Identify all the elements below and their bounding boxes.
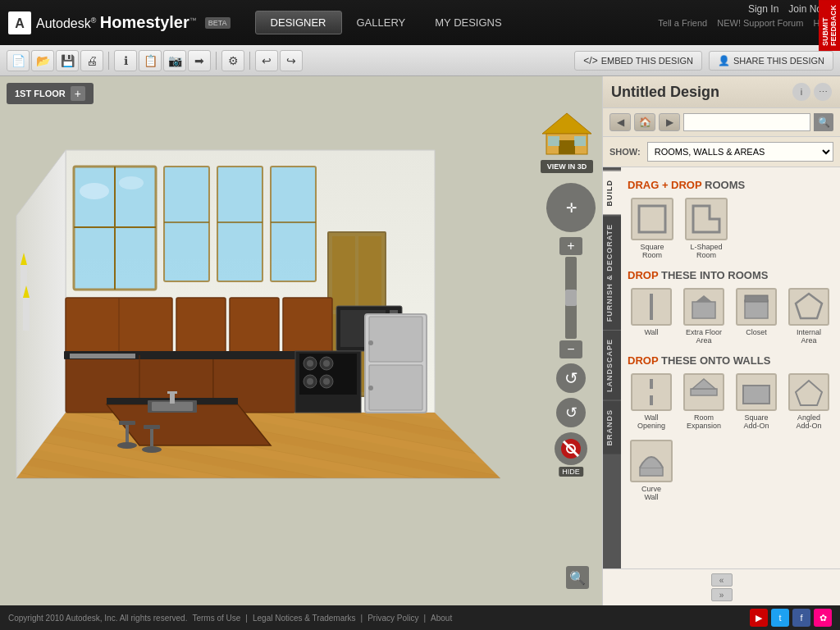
zoom-handle[interactable] — [565, 290, 577, 306]
internal-area-item[interactable]: InternalArea — [785, 288, 833, 345]
toolbar-separator-3 — [249, 52, 250, 70]
footer-legal-link[interactable]: Legal Notices & Trademarks — [253, 614, 356, 623]
svg-point-76 — [142, 446, 162, 453]
svg-rect-71 — [119, 421, 135, 425]
nav-home-btn[interactable]: 🏠 — [634, 113, 655, 131]
wall-opening-item[interactable]: WallOpening — [628, 373, 675, 430]
open-file-btn[interactable]: 📂 — [31, 50, 54, 71]
svg-rect-104 — [640, 468, 663, 476]
svg-point-64 — [368, 386, 373, 390]
curve-wall-grid: CurveWall — [628, 440, 833, 501]
nav-back-btn[interactable]: ◀ — [609, 113, 631, 131]
curve-wall-item[interactable]: CurveWall — [628, 440, 675, 501]
collapse-up-btn[interactable]: « — [711, 573, 733, 587]
panel-body: BUILD FURNISH & DECORATE LANDSCAPE BRAND… — [603, 167, 840, 568]
export-btn[interactable]: ➡ — [188, 50, 211, 71]
toolbar: 📄 📂 💾 🖨 ℹ 📋 📷 ➡ ⚙ ↩ ↪ </> EMBED THIS DES… — [0, 45, 840, 76]
designer-nav-btn[interactable]: DESIGNER — [255, 11, 342, 34]
square-room-svg — [636, 203, 669, 235]
main-navigation: DESIGNER GALLERY MY DESIGNS — [255, 11, 517, 34]
right-panel: Untitled Design i ⋯ ◀ 🏠 ▶ 🔍 SHOW: ROOMS,… — [602, 76, 840, 605]
sign-in-link[interactable]: Sign In — [748, 3, 778, 15]
svg-rect-23 — [219, 224, 261, 280]
show-select[interactable]: ROOMS, WALLS & AREAS FURNITURE LANDSCAPE — [647, 142, 833, 162]
closet-item[interactable]: Closet — [733, 288, 780, 345]
footer-terms-link[interactable]: Terms of Use — [192, 614, 240, 623]
zoom-search-btn[interactable]: 🔍 — [566, 566, 589, 589]
embed-design-btn[interactable]: </> EMBED THIS DESIGN — [574, 51, 702, 71]
wall-item[interactable]: Wall — [628, 288, 675, 345]
clipboard-btn[interactable]: 📋 — [139, 50, 162, 71]
svg-rect-26 — [272, 168, 314, 222]
undo-btn[interactable]: ↩ — [255, 50, 278, 71]
feedback-badge[interactable]: SUBMIT FEEDBACK — [819, 0, 840, 51]
facebook-btn[interactable]: f — [792, 609, 810, 627]
footer-about-link[interactable]: About — [431, 614, 452, 623]
svg-rect-38 — [283, 298, 332, 355]
angled-addon-label: AngledAdd-On — [796, 413, 821, 430]
svg-marker-94 — [696, 295, 712, 302]
square-addon-item[interactable]: SquareAdd-On — [733, 373, 780, 430]
tab-build[interactable]: BUILD — [603, 171, 621, 215]
l-shaped-room-icon — [685, 198, 728, 240]
extra-floor-item[interactable]: Extra FloorArea — [680, 288, 728, 345]
hide-icon — [559, 437, 582, 460]
reset-view-btn[interactable]: ↺ — [556, 398, 586, 427]
beta-badge: BETA — [205, 17, 231, 29]
svg-marker-103 — [796, 381, 822, 405]
rotate-btn[interactable]: ↺ — [556, 363, 586, 393]
gallery-nav-btn[interactable]: GALLERY — [342, 11, 421, 34]
footer-privacy-link[interactable]: Privacy Policy — [368, 614, 418, 623]
search-go-btn[interactable]: 🔍 — [814, 113, 833, 131]
room-expansion-icon — [683, 373, 724, 411]
room-expansion-item[interactable]: RoomExpansion — [680, 373, 728, 430]
wall-svg — [637, 292, 666, 322]
nav-forward-btn[interactable]: ▶ — [659, 113, 680, 131]
redo-btn[interactable]: ↪ — [280, 50, 303, 71]
vertical-tabs: BUILD FURNISH & DECORATE LANDSCAPE BRAND… — [603, 167, 621, 568]
angled-addon-svg — [794, 377, 824, 407]
svg-rect-49 — [212, 351, 297, 359]
camera-btn[interactable]: 📷 — [163, 50, 186, 71]
angled-addon-item[interactable]: AngledAdd-On — [785, 373, 833, 430]
top-right-area: Sign In Join Now! Tell a Friend NEW! Sup… — [658, 0, 832, 28]
wall-addon-grid: WallOpening RoomExpansion — [628, 373, 833, 430]
my-designs-nav-btn[interactable]: MY DESIGNS — [420, 11, 516, 34]
flickr-btn[interactable]: ✿ — [814, 609, 832, 627]
settings-panel-btn[interactable]: ⋯ — [814, 83, 832, 101]
search-input[interactable] — [683, 113, 810, 131]
youtube-btn[interactable]: ▶ — [750, 609, 768, 627]
magnifier-icon: 🔍 — [566, 566, 589, 589]
collapse-down-btn[interactable]: » — [711, 588, 733, 601]
hide-btn[interactable]: HIDE — [555, 432, 587, 465]
tell-friend-link[interactable]: Tell a Friend — [658, 18, 707, 28]
canvas-area[interactable]: 1ST FLOOR + — [0, 76, 602, 605]
svg-point-59 — [323, 378, 330, 385]
show-label: SHOW: — [609, 147, 641, 157]
info-btn[interactable]: ℹ — [114, 50, 137, 71]
twitter-btn[interactable]: t — [771, 609, 789, 627]
l-shaped-room-item[interactable]: L-ShapedRoom — [682, 198, 731, 259]
zoom-in-btn[interactable]: + — [559, 237, 582, 255]
share-design-btn[interactable]: 👤 SHARE THIS DESIGN — [709, 51, 833, 71]
print-btn[interactable]: 🖨 — [80, 50, 103, 71]
new-file-btn[interactable]: 📄 — [7, 50, 30, 71]
embed-share-area: </> EMBED THIS DESIGN 👤 SHARE THIS DESIG… — [574, 51, 833, 71]
footer-social: ▶ t f ✿ — [750, 609, 832, 627]
navigation-controls: ✛ + − ↺ ↺ HIDE — [546, 183, 596, 465]
tab-brands[interactable]: BRANDS — [603, 400, 621, 454]
settings-btn[interactable]: ⚙ — [221, 50, 244, 71]
save-file-btn[interactable]: 💾 — [56, 50, 79, 71]
zoom-out-btn[interactable]: − — [559, 340, 582, 358]
info-panel-btn[interactable]: i — [792, 83, 810, 101]
closet-icon — [736, 288, 777, 326]
svg-rect-36 — [176, 298, 226, 355]
wall-label: Wall — [644, 328, 658, 336]
pan-control[interactable]: ✛ — [546, 183, 596, 232]
tab-furnish-decorate[interactable]: FURNISH & DECORATE — [603, 215, 621, 330]
support-forum-link[interactable]: NEW! Support Forum — [717, 18, 803, 28]
tab-landscape[interactable]: LANDSCAPE — [603, 330, 621, 400]
square-room-item[interactable]: SquareRoom — [628, 198, 677, 259]
view-3d-button[interactable]: VIEW IN 3D — [538, 109, 596, 173]
svg-rect-69 — [170, 392, 175, 404]
